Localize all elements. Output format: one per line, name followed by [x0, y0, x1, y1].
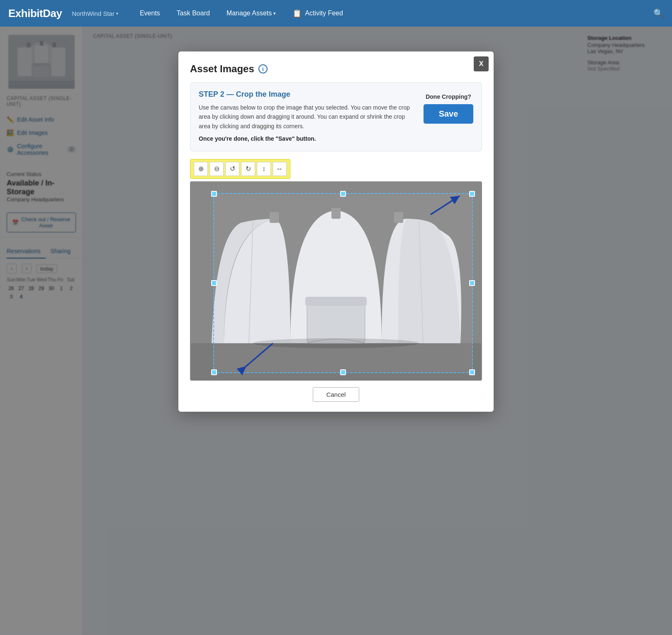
cancel-row: Cancel [190, 387, 482, 402]
crop-handle-top-right[interactable] [469, 191, 475, 197]
modal-info-icon[interactable]: i [258, 64, 268, 73]
crop-handle-bottom-left[interactable] [211, 369, 217, 375]
crop-handle-top-center[interactable] [340, 191, 346, 197]
org-chevron-icon: ▾ [116, 11, 118, 16]
manage-assets-dropdown-icon: ▾ [273, 11, 276, 16]
step-action-area: Done Cropping? Save [424, 90, 473, 144]
asset-images-modal: X Asset Images i STEP 2 — Crop the Image… [178, 51, 494, 412]
rotate-right-button[interactable]: ↻ [241, 162, 255, 176]
crop-handle-bottom-center[interactable] [340, 369, 346, 375]
nav-activity-feed[interactable]: 📋 Activity Feed [284, 0, 351, 27]
done-cropping-label: Done Cropping? [426, 93, 471, 100]
modal-title: Asset Images [190, 63, 254, 75]
crop-handle-top-left[interactable] [211, 191, 217, 197]
cancel-button[interactable]: Cancel [313, 387, 360, 402]
org-selector[interactable]: NorthWind Star ▾ [72, 10, 118, 17]
rotate-left-button[interactable]: ↺ [225, 162, 239, 176]
nav-taskboard[interactable]: Task Board [168, 0, 218, 27]
save-button[interactable]: Save [424, 104, 473, 124]
rotate-left-icon: ↺ [230, 165, 235, 173]
modal-title-row: Asset Images i [190, 63, 482, 75]
nav-manage-assets[interactable]: Manage Assets ▾ [218, 0, 284, 27]
rotate-right-icon: ↻ [246, 165, 251, 173]
nav-events[interactable]: Events [131, 0, 168, 27]
flip-vertical-icon: ↕ [262, 165, 265, 173]
crop-selection-area[interactable] [213, 193, 473, 373]
step-instructions-box: STEP 2 — Crop the Image Use the canvas b… [190, 82, 482, 151]
flip-horizontal-button[interactable]: ↔ [273, 162, 287, 176]
activity-feed-icon: 📋 [292, 9, 302, 18]
crop-handle-bottom-right[interactable] [469, 369, 475, 375]
navbar: ExhibitDay NorthWind Star ▾ Events Task … [0, 0, 672, 27]
zoom-in-icon: ⊕ [198, 165, 204, 173]
flip-horizontal-icon: ↔ [276, 165, 283, 173]
modal-close-button[interactable]: X [474, 56, 489, 71]
crop-handle-middle-right[interactable] [469, 280, 475, 286]
step-description-2: Once you're done, click the "Save" butto… [199, 134, 415, 143]
search-icon[interactable]: 🔍 [653, 8, 664, 18]
crop-handle-middle-left[interactable] [211, 280, 217, 286]
flip-vertical-button[interactable]: ↕ [257, 162, 271, 176]
step-title: STEP 2 — Crop the Image [199, 90, 415, 99]
page-wrapper: CAPITAL ASSET (SINGLE-UNIT) ✏️ Edit Asse… [0, 27, 672, 635]
zoom-out-button[interactable]: ⊖ [209, 162, 224, 176]
modal-overlay: X Asset Images i STEP 2 — Crop the Image… [0, 27, 672, 635]
step-description-1: Use the canvas below to crop the image t… [199, 103, 415, 131]
crop-canvas[interactable] [190, 181, 482, 381]
org-name: NorthWind Star [72, 10, 114, 17]
crop-toolbar: ⊕ ⊖ ↺ ↻ ↕ ↔ [190, 159, 290, 179]
zoom-out-icon: ⊖ [214, 165, 219, 173]
step-text: STEP 2 — Crop the Image Use the canvas b… [199, 90, 415, 144]
zoom-in-button[interactable]: ⊕ [194, 162, 208, 176]
app-brand[interactable]: ExhibitDay [8, 7, 62, 20]
